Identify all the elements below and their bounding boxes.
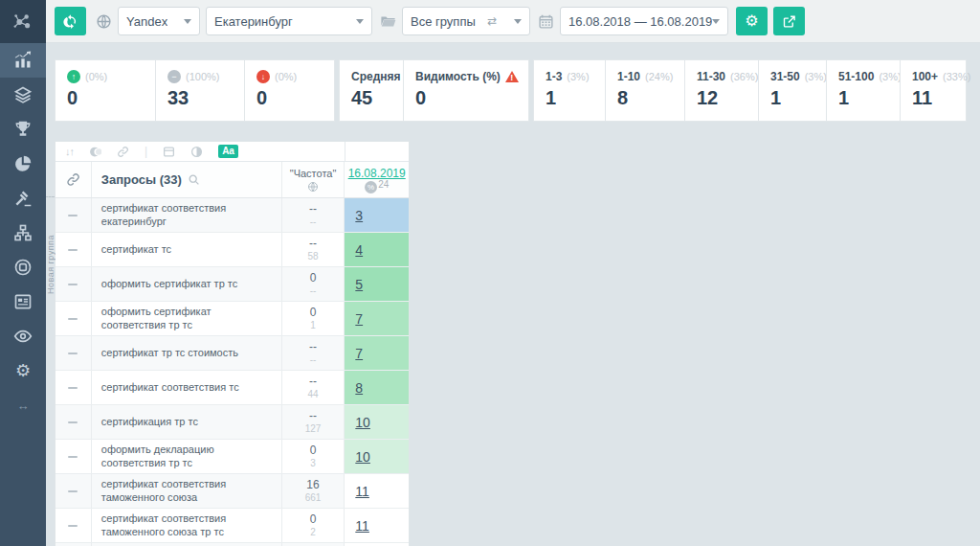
logo-network-icon[interactable] — [0, 0, 46, 43]
stat-card[interactable]: 11-30 (36%) 12 — [684, 59, 759, 122]
table-row[interactable]: сертификат тс -- 58 4 — [56, 233, 409, 267]
link-icon[interactable] — [117, 146, 129, 158]
sidebar-item-collapse[interactable]: ↔ — [0, 388, 46, 422]
query-text: сертификация тр тс — [101, 416, 198, 429]
stat-card[interactable]: 31-50 (3%) 1 — [758, 59, 827, 122]
drag-handle[interactable] — [68, 525, 78, 527]
sidebar-item-lifebuoy[interactable] — [0, 250, 46, 284]
drag-handle[interactable] — [68, 318, 78, 320]
table-row[interactable]: сертификация тр тс -- 127 10 — [56, 405, 409, 440]
export-button[interactable] — [773, 7, 805, 35]
drag-handle[interactable] — [68, 353, 78, 354]
frequency-broad: 2 — [310, 527, 316, 537]
contrast-icon[interactable] — [190, 146, 203, 158]
sort-icon[interactable]: ↓↑ — [65, 147, 74, 157]
aa-style-button[interactable]: Aa — [218, 145, 238, 158]
drag-handle[interactable] — [68, 249, 78, 251]
drag-handle[interactable] — [68, 215, 78, 216]
table-row[interactable]: сертификат соответствия екатеринбург -- … — [56, 198, 409, 233]
sidebar-item-sitemap[interactable] — [0, 216, 46, 250]
sidebar-item-settings[interactable]: ⚙ — [0, 353, 46, 388]
position-link[interactable]: 5 — [355, 277, 363, 292]
drag-handle[interactable] — [68, 490, 78, 492]
stat-value: 33 — [167, 87, 233, 109]
position-link[interactable]: 11 — [355, 484, 369, 499]
stat-trend-icon: ↓ — [256, 70, 270, 83]
stat-card[interactable]: ↑ (0%) 0 — [55, 59, 156, 122]
position-link[interactable]: 10 — [355, 415, 370, 430]
sidebar-item-layers[interactable] — [0, 78, 46, 112]
table-row[interactable]: сертификат тр тс стоимость -- -- 7 — [56, 336, 409, 371]
sidebar-item-positions[interactable] — [0, 43, 46, 78]
cycle-groups-icon: ⇄ — [487, 14, 497, 28]
sidebar-item-pie-chart[interactable] — [0, 147, 46, 181]
stat-card[interactable]: 1-10 (24%) 8 — [605, 59, 685, 122]
date-link[interactable]: 16.08.2019 — [348, 167, 406, 180]
date-range-select[interactable]: 16.08.2018 — 16.08.2019 — [560, 7, 728, 35]
frequency-column-header: "Частота" — [282, 162, 345, 197]
frequency-broad: -- — [310, 285, 317, 296]
groups-filter-value: Все группы — [411, 14, 476, 29]
region-value: Екатеринбург — [214, 14, 293, 29]
position-link[interactable]: 7 — [355, 311, 363, 327]
folder-icon — [380, 13, 396, 30]
link-column-header[interactable] — [56, 162, 92, 197]
query-text: оформить сертификат тр тс — [101, 278, 237, 291]
position-link[interactable]: 3 — [355, 208, 363, 223]
position-cell: 3 — [345, 198, 409, 232]
position-link[interactable]: 8 — [355, 380, 363, 396]
sidebar-item-trophy[interactable] — [0, 112, 46, 147]
stat-card[interactable]: 100+ (33%) 11 — [900, 59, 967, 122]
search-icon[interactable] — [188, 173, 200, 186]
position-cell: 10 — [345, 440, 409, 473]
frequency-exact: 0 — [310, 307, 317, 319]
sidebar-item-report[interactable] — [0, 284, 46, 319]
query-text: сертификат соответствия таможенного союз… — [101, 478, 276, 505]
stat-label: 11-30 — [697, 70, 725, 83]
position-link[interactable]: 7 — [355, 346, 363, 361]
drag-handle[interactable] — [68, 284, 78, 285]
stat-card[interactable]: 51-100 (3%) 1 — [826, 59, 901, 122]
stat-value: 1 — [770, 87, 814, 109]
group-tab-label: Новая группа — [46, 235, 56, 294]
panel-icon[interactable] — [163, 146, 175, 158]
group-tab-new-group[interactable]: Новая группа — [45, 196, 55, 332]
table-row[interactable]: сертификат соответствия тс -- 44 8 — [56, 371, 409, 405]
gear-icon: ⚙ — [745, 13, 758, 29]
visibility-circle-icon[interactable] — [89, 146, 101, 158]
groups-filter-select[interactable]: Все группы ⇄ — [402, 7, 530, 35]
stat-card[interactable]: Средняя 45 — [339, 59, 404, 122]
position-cell: 7 — [345, 302, 409, 335]
table-row[interactable]: оформить сертификат соответствия тр тс 0… — [56, 302, 409, 336]
stat-percent: (3%) — [567, 71, 589, 82]
search-engine-select[interactable]: Yandex — [118, 7, 200, 35]
drag-handle[interactable] — [68, 456, 78, 458]
table-row[interactable]: оформить сертификат тр тс 0 -- 5 — [56, 267, 409, 302]
query-text: сертификат соответствия тс — [101, 381, 239, 395]
stat-card[interactable]: 1-3 (3%) 1 — [533, 59, 606, 122]
query-text: сертификат тс — [101, 243, 171, 257]
queries-column-header[interactable]: Запросы (33) — [92, 162, 282, 197]
frequency-broad: -- — [310, 216, 317, 227]
position-link[interactable]: 10 — [355, 449, 370, 465]
drag-handle[interactable] — [68, 387, 78, 389]
app-window: ⚙ ↔ Yandex Екатеринбург Все группы ⇄ 16.… — [0, 0, 980, 546]
stat-card[interactable]: ↓ (0%) 0 — [244, 59, 335, 122]
sidebar-item-gavel[interactable] — [0, 181, 46, 216]
drag-handle[interactable] — [68, 421, 78, 423]
refresh-button[interactable] — [55, 7, 86, 35]
stat-card[interactable]: − (100%) 33 — [155, 59, 245, 122]
position-link[interactable]: 4 — [355, 242, 363, 258]
region-select[interactable]: Екатеринбург — [206, 7, 372, 35]
table-row[interactable]: сертификат соответствия таможенного союз… — [56, 474, 409, 509]
settings-button[interactable]: ⚙ — [736, 7, 768, 35]
table-row[interactable]: сертификат соответствия таможенного союз… — [56, 509, 409, 543]
table-body: сертификат соответствия екатеринбург -- … — [56, 198, 409, 546]
globe-icon — [96, 13, 112, 30]
position-link[interactable]: 11 — [355, 518, 369, 534]
stat-label: 51-100 — [838, 70, 874, 83]
table-row[interactable]: оформить декларацию соответствия тр тс 0… — [56, 440, 409, 474]
stat-card[interactable]: Видимость (%) 0 — [403, 59, 529, 122]
sidebar-item-eye[interactable] — [0, 319, 46, 353]
stat-percent: (100%) — [186, 71, 219, 82]
